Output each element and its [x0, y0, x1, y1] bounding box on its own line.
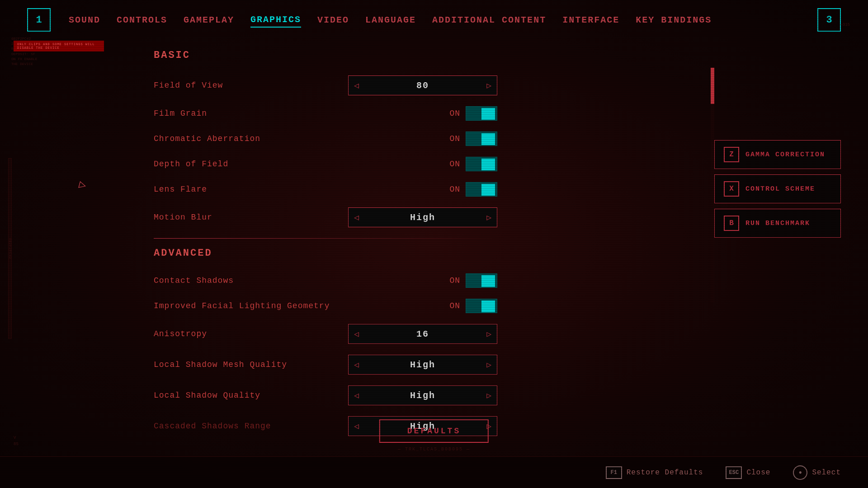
select-label: Select: [812, 469, 841, 477]
anisotropy-increase[interactable]: ▷: [481, 329, 497, 339]
fov-increase[interactable]: ▷: [481, 80, 497, 90]
setting-label-shadow-mesh: Local Shadow Mesh Quality: [154, 360, 287, 369]
contact-shadows-toggle-container: ON: [442, 273, 497, 288]
shadow-quality-decrease[interactable]: ◁: [349, 390, 364, 400]
lens-flare-value: ON: [442, 185, 460, 194]
nav-box-left: 1: [27, 8, 51, 32]
control-scheme-label: CONTROL SCHEME: [745, 185, 815, 193]
anisotropy-value: 16: [364, 329, 481, 339]
shadow-mesh-selector[interactable]: ◁ High ▷: [348, 355, 497, 375]
fov-decrease[interactable]: ◁: [349, 80, 364, 90]
facial-lighting-toggle[interactable]: [466, 299, 497, 313]
section-header-basic: Basic: [154, 50, 497, 63]
run-benchmark-button[interactable]: B RUN BENCHMARK: [714, 209, 841, 238]
defaults-button[interactable]: DEFAULTS: [379, 419, 489, 443]
top-right-decoration: —315: [840, 23, 850, 27]
setting-label-contact-shadows: Contact Shadows: [154, 276, 234, 285]
film-grain-toggle[interactable]: [466, 106, 497, 121]
shadow-quality-increase[interactable]: ▷: [481, 390, 497, 400]
fov-slider[interactable]: ◁ 80 ▷: [348, 75, 497, 95]
setting-row-anisotropy: Anisotropy ◁ 16 ▷: [154, 320, 497, 347]
setting-row-motion-blur: Motion Blur ◁ High ▷: [154, 204, 497, 231]
setting-row-fov: Field of View ◁ 80 ▷: [154, 72, 497, 99]
benchmark-label: RUN BENCHMARK: [745, 220, 810, 227]
dof-value: ON: [442, 160, 460, 169]
left-deco-bar: 0B2F2FC42: [8, 158, 12, 339]
left-deco-bar-text: 0B2F2FC42: [8, 238, 12, 259]
tab-additional-content[interactable]: ADDITIONAL CONTENT: [432, 13, 546, 27]
setting-row-shadow-mesh: Local Shadow Mesh Quality ◁ High ▷: [154, 351, 497, 378]
section-header-advanced: Advanced: [154, 248, 497, 261]
motion-blur-value: High: [364, 212, 481, 223]
shadow-mesh-decrease[interactable]: ◁: [349, 360, 364, 370]
control-scheme-key-icon: X: [724, 181, 739, 197]
setting-label-film-grain: Film Grain: [154, 109, 207, 118]
chromatic-value: ON: [442, 134, 460, 143]
gamma-correction-button[interactable]: Z GAMMA CORRECTION: [714, 140, 841, 169]
facial-lighting-value: ON: [442, 301, 460, 310]
setting-label-anisotropy: Anisotropy: [154, 329, 207, 338]
fov-value: 80: [364, 80, 481, 91]
shadow-mesh-increase[interactable]: ▷: [481, 360, 497, 370]
benchmark-key-icon: B: [724, 216, 739, 231]
setting-label-chromatic: Chromatic Aberration: [154, 134, 260, 143]
nav-box-right: 3: [817, 8, 841, 32]
setting-label-motion-blur: Motion Blur: [154, 213, 212, 222]
tab-language[interactable]: LANGUAGE: [365, 13, 416, 27]
section-divider: [154, 238, 497, 239]
tab-gameplay[interactable]: GAMEPLAY: [184, 13, 234, 27]
tab-graphics[interactable]: GRAPHICS: [250, 13, 301, 28]
right-panel: Z GAMMA CORRECTION X CONTROL SCHEME B RU…: [714, 140, 841, 238]
shadow-mesh-value: High: [364, 360, 481, 370]
control-scheme-button[interactable]: X CONTROL SCHEME: [714, 174, 841, 203]
setting-row-shadow-quality: Local Shadow Quality ◁ High ▷: [154, 382, 497, 409]
anisotropy-decrease[interactable]: ◁: [349, 329, 364, 339]
restore-defaults-action[interactable]: F1 Restore Defaults: [606, 466, 703, 479]
contact-shadows-toggle[interactable]: [466, 273, 497, 288]
tab-controls[interactable]: CONTROLS: [117, 13, 167, 27]
restore-defaults-key: F1: [606, 466, 622, 479]
bottom-center-decoration: — TRK_TLCAS_B0B095 —: [398, 447, 470, 452]
warning-banner: ONLY CLIPS AND SOME SETTINGS WILL DISABL…: [14, 41, 104, 52]
cascaded-shadows-decrease[interactable]: ◁: [349, 421, 364, 431]
cursor-icon: ▷: [77, 177, 88, 193]
motion-blur-increase[interactable]: ▷: [481, 212, 497, 222]
select-action[interactable]: ● Select: [793, 465, 841, 480]
bottom-bar: F1 Restore Defaults ESC Close ● Select: [0, 456, 868, 488]
contact-shadows-value: ON: [442, 276, 460, 285]
tab-key-bindings[interactable]: KEY BINDINGS: [636, 13, 712, 27]
setting-label-facial-lighting: Improved Facial Lighting Geometry: [154, 301, 330, 310]
film-grain-value: ON: [442, 109, 460, 118]
setting-row-dof: Depth of Field ON: [154, 153, 497, 175]
setting-row-lens-flare: Lens Flare ON: [154, 178, 497, 200]
dof-toggle[interactable]: [466, 157, 497, 171]
tab-interface[interactable]: INTERFACE: [562, 13, 619, 27]
chromatic-toggle[interactable]: [466, 131, 497, 146]
setting-label-shadow-quality: Local Shadow Quality: [154, 391, 260, 400]
setting-row-film-grain: Film Grain ON: [154, 103, 497, 124]
restore-defaults-label: Restore Defaults: [627, 469, 703, 477]
tab-sound[interactable]: SOUND: [69, 13, 100, 27]
lens-flare-toggle-container: ON: [442, 182, 497, 197]
lens-flare-toggle[interactable]: [466, 182, 497, 197]
anisotropy-selector[interactable]: ◁ 16 ▷: [348, 324, 497, 344]
scrollbar-thumb[interactable]: [711, 68, 714, 104]
film-grain-toggle-container: ON: [442, 106, 497, 121]
motion-blur-selector[interactable]: ◁ High ▷: [348, 207, 497, 227]
tab-video[interactable]: VIDEO: [317, 13, 349, 27]
close-key: ESC: [726, 466, 742, 479]
gamma-key-icon: Z: [724, 147, 739, 162]
motion-blur-decrease[interactable]: ◁: [349, 212, 364, 222]
chromatic-toggle-container: ON: [442, 131, 497, 146]
facial-lighting-toggle-container: ON: [442, 299, 497, 313]
gamma-label: GAMMA CORRECTION: [745, 151, 825, 159]
close-action[interactable]: ESC Close: [726, 466, 770, 479]
settings-panel: Basic Field of View ◁ 80 ▷ Film Grain ON…: [154, 50, 497, 443]
scrollbar[interactable]: [711, 68, 714, 303]
version-text: V 85: [14, 435, 19, 447]
setting-label-dof: Depth of Field: [154, 160, 228, 169]
setting-row-contact-shadows: Contact Shadows ON: [154, 270, 497, 291]
setting-row-facial-lighting: Improved Facial Lighting Geometry ON: [154, 295, 497, 317]
shadow-quality-selector[interactable]: ◁ High ▷: [348, 385, 497, 405]
top-navigation: 1 SOUND CONTROLS GAMEPLAY GRAPHICS VIDEO…: [0, 0, 868, 32]
